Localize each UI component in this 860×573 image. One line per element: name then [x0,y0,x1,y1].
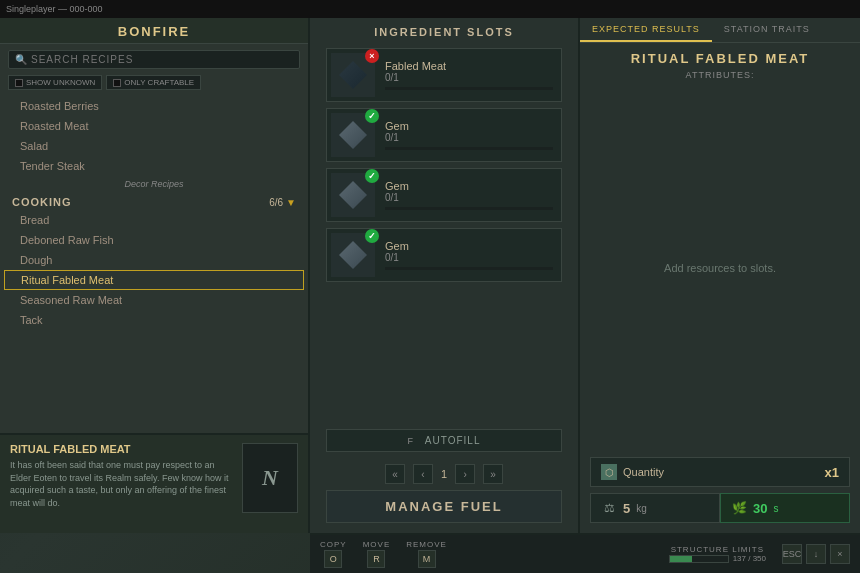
middle-panel: INGREDIENT SLOTS × Fabled Meat 0/1 ✓ Gem… [310,18,580,533]
slot-1-gem [339,61,367,89]
slot-4-icon: ✓ [331,233,375,277]
show-unknown-label: SHOW UNKNOWN [26,78,95,87]
tab-station-traits[interactable]: STATION TRAITS [712,18,822,42]
recipe-item-ritual-fabled-meat[interactable]: Ritual Fabled Meat [4,270,304,290]
quantity-icon: ⬡ [601,464,617,480]
remove-label: REMOVE [406,540,447,549]
recipe-list: Roasted Berries Roasted Meat Salad Tende… [0,96,308,433]
bottom-bar: COPY O MOVE R REMOVE M STRUCTURE LIMITS … [310,533,860,573]
slot-2-info: Gem 0/1 [385,120,553,150]
weight-value: 5 [623,501,630,516]
slot-4[interactable]: ✓ Gem 0/1 [326,228,562,282]
remove-key[interactable]: M [418,550,436,568]
bottom-info: RITUAL FABLED MEAT It has oft been said … [0,433,308,533]
quantity-label: Quantity [623,466,664,478]
health-bar-container: 137 / 350 [669,554,766,563]
corner-buttons: ESC ↓ × [782,544,850,564]
recipe-item-roasted-berries[interactable]: Roasted Berries [0,96,308,116]
slot-1-status: × [365,49,379,63]
health-text: 137 / 350 [733,554,766,563]
show-unknown-check [15,79,23,87]
structure-limits-label: STRUCTURE LIMITS [671,545,764,554]
item-card: N [242,443,298,513]
top-bar-text: Singleplayer — 000-000 [6,4,103,14]
add-resources-text: Add resources to slots. [580,84,860,451]
only-craftable-check [113,79,121,87]
search-bar[interactable]: 🔍 [8,50,300,69]
slot-2-status: ✓ [365,109,379,123]
slot-1-qty: 0/1 [385,72,553,83]
bottom-info-text: RITUAL FABLED MEAT It has oft been said … [10,443,232,509]
recipe-item-salad[interactable]: Salad [0,136,308,156]
tab-expected-results[interactable]: EXPECTED RESULTS [580,18,712,42]
slot-3-name: Gem [385,180,553,192]
weight-unit: kg [636,503,647,514]
esc-button[interactable]: ESC [782,544,802,564]
slot-1[interactable]: × Fabled Meat 0/1 [326,48,562,102]
autofill-key: F [408,436,415,446]
slot-1-name: Fabled Meat [385,60,553,72]
only-craftable-label: ONLY CRAFTABLE [124,78,194,87]
slot-3-gem [339,181,367,209]
search-input[interactable] [31,54,293,65]
time-unit: s [773,503,778,514]
bottom-info-desc: It has oft been said that one must pay r… [10,459,232,509]
nav-last-button[interactable]: » [483,464,503,484]
item-card-letter: N [262,465,278,491]
down-button[interactable]: ↓ [806,544,826,564]
recipe-item-bread[interactable]: Bread [0,210,308,230]
recipe-item-seasoned-raw-meat[interactable]: Seasoned Raw Meat [0,290,308,310]
recipe-item-tender-steak[interactable]: Tender Steak [0,156,308,176]
right-panel: EXPECTED RESULTS STATION TRAITS RITUAL F… [580,18,860,533]
slot-3-info: Gem 0/1 [385,180,553,210]
autofill-button[interactable]: F AUTOFILL [326,429,562,452]
health-bar [669,555,729,563]
slot-4-bar [385,267,553,270]
left-panel-title: BONFIRE [0,18,308,44]
recipe-item-deboned-raw-fish[interactable]: Deboned Raw Fish [0,230,308,250]
slot-3-status: ✓ [365,169,379,183]
recipe-item-tack[interactable]: Tack [0,310,308,330]
slot-2[interactable]: ✓ Gem 0/1 [326,108,562,162]
move-action: MOVE R [363,540,391,568]
slot-1-icon: × [331,53,375,97]
cooking-category-count: 6/6 ▼ [269,197,296,208]
copy-action: COPY O [320,540,347,568]
recipe-item-dough[interactable]: Dough [0,250,308,270]
move-label: MOVE [363,540,391,549]
arrow-down-icon: ▼ [286,197,296,208]
slot-4-status: ✓ [365,229,379,243]
bottom-info-title: RITUAL FABLED MEAT [10,443,232,455]
tabs-row: EXPECTED RESULTS STATION TRAITS [580,18,860,43]
slot-2-bar [385,147,553,150]
slot-2-qty: 0/1 [385,132,553,143]
slot-1-info: Fabled Meat 0/1 [385,60,553,90]
move-key[interactable]: R [367,550,385,568]
close-button[interactable]: × [830,544,850,564]
recipe-item-roasted-meat[interactable]: Roasted Meat [0,116,308,136]
copy-label: COPY [320,540,347,549]
nav-page: 1 [441,468,447,480]
only-craftable-filter[interactable]: ONLY CRAFTABLE [106,75,201,90]
nav-prev-button[interactable]: ‹ [413,464,433,484]
slot-2-icon: ✓ [331,113,375,157]
health-bar-fill [670,556,693,562]
slot-1-bar [385,87,553,90]
slot-4-gem [339,241,367,269]
search-icon: 🔍 [15,54,27,65]
nav-first-button[interactable]: « [385,464,405,484]
quantity-value: x1 [825,465,839,480]
ingredients-title: INGREDIENT SLOTS [310,18,578,44]
manage-fuel-button[interactable]: MANAGE FUEL [326,490,562,523]
slot-4-info: Gem 0/1 [385,240,553,270]
weight-stat: ⚖ 5 kg [590,493,720,523]
autofill-label: AUTOFILL [425,435,481,446]
show-unknown-filter[interactable]: SHOW UNKNOWN [8,75,102,90]
ingredient-slots: × Fabled Meat 0/1 ✓ Gem 0/1 [310,44,578,423]
nav-next-button[interactable]: › [455,464,475,484]
decor-recipes-header: Decor Recipes [0,176,308,192]
nav-row: « ‹ 1 › » [310,458,578,490]
cooking-category-name: COOKING [12,196,72,208]
slot-3[interactable]: ✓ Gem 0/1 [326,168,562,222]
copy-key[interactable]: O [324,550,342,568]
